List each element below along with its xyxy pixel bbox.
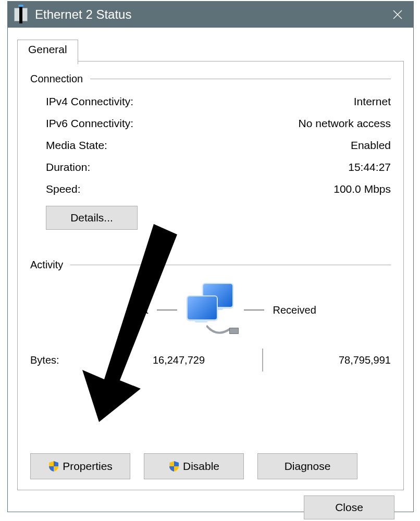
activity-graphic-row: Sent Received [30,281,391,339]
divider [70,265,391,265]
diagnose-button-label: Diagnose [285,460,331,473]
dash-left [157,309,177,311]
computers-icon [177,283,244,338]
properties-button[interactable]: Properties [30,453,130,479]
connection-group-header: Connection [30,73,391,85]
ethernet-status-window: Ethernet 2 Status General Connection IPv… [7,1,414,512]
ipv6-value: No network access [299,117,391,130]
client-area: General Connection IPv4 Connectivity: In… [8,28,413,521]
network-adapter-icon [14,8,28,21]
disable-button-label: Disable [183,460,219,473]
window-close-button[interactable] [382,2,413,28]
close-button[interactable]: Close [304,495,394,519]
divider [90,79,391,79]
ipv4-label: IPv4 Connectivity: [46,95,354,108]
row-ipv4: IPv4 Connectivity: Internet [46,91,391,112]
duration-label: Duration: [46,161,348,173]
tab-panel-general: Connection IPv4 Connectivity: Internet I… [17,61,404,490]
bytes-received-value: 78,795,991 [302,354,391,366]
uac-shield-icon [168,461,180,472]
activity-group-header: Activity [30,259,391,271]
speed-value: 100.0 Mbps [333,183,391,195]
ipv6-label: IPv6 Connectivity: [46,117,299,130]
row-ipv6: IPv6 Connectivity: No network access [46,113,391,134]
speed-label: Speed: [46,183,333,195]
diagnose-button[interactable]: Diagnose [257,453,357,479]
disable-button[interactable]: Disable [144,453,244,479]
media-state-value: Enabled [351,139,391,152]
connection-heading: Connection [30,73,83,85]
bytes-separator [262,349,263,371]
bytes-row: Bytes: 16,247,729 78,795,991 [30,348,391,372]
tab-header: General [17,39,404,61]
duration-value: 15:44:27 [348,161,391,173]
tab-general[interactable]: General [17,40,78,65]
received-label: Received [264,304,391,316]
action-buttons-row: Properties Disable Diagnose [30,453,357,479]
properties-button-label: Properties [63,460,113,473]
sent-label: Sent [30,304,157,316]
titlebar: Ethernet 2 Status [8,2,413,28]
dash-right [244,309,264,311]
bytes-sent-value: 16,247,729 [134,354,223,366]
close-icon [392,9,403,20]
uac-shield-icon [48,461,59,472]
dialog-footer: Close [17,490,404,521]
media-state-label: Media State: [46,139,351,152]
row-duration: Duration: 15:44:27 [46,157,391,178]
details-button[interactable]: Details... [46,206,138,230]
ipv4-value: Internet [354,95,391,108]
row-speed: Speed: 100.0 Mbps [46,179,391,200]
row-media-state: Media State: Enabled [46,135,391,156]
bytes-label: Bytes: [30,354,134,366]
activity-heading: Activity [30,259,63,271]
window-title: Ethernet 2 Status [35,7,382,22]
